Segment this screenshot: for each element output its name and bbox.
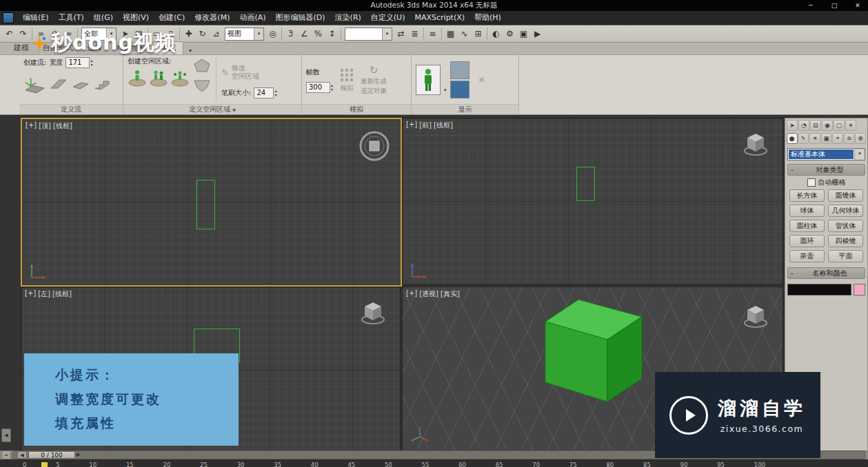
flow-object-wireframe[interactable] [196, 180, 215, 229]
pyramid-button[interactable]: 四棱锥 [828, 235, 863, 247]
viewport-front[interactable]: [+] [前] [线框] [402, 118, 783, 285]
hierarchy-tab-icon[interactable]: ⊟ [810, 120, 821, 131]
modify-tab-icon[interactable]: ◔ [798, 120, 809, 131]
display-texture-button-2[interactable] [450, 81, 470, 98]
schematic-view-icon[interactable]: ⊞ [472, 28, 485, 41]
panel-footer-display[interactable]: 显示 [458, 105, 472, 114]
mini-curve-editor-button[interactable]: ≈ [1, 450, 11, 459]
menu-group[interactable]: 组(G) [89, 11, 118, 25]
object-name-field[interactable] [787, 284, 851, 295]
regenerate-button[interactable]: ↻ 重新生成 选定对象 [361, 64, 387, 96]
layer-manager-icon[interactable]: ≡ [426, 28, 439, 41]
flow-ramp-up-icon[interactable] [50, 76, 68, 93]
angle-snap-icon[interactable]: ∠ [298, 28, 311, 41]
material-editor-icon[interactable]: ◐ [489, 28, 503, 41]
viewport-pov-menu[interactable]: [左] [38, 289, 50, 299]
viewport-shading-menu[interactable]: [线框] [52, 289, 72, 299]
menu-create[interactable]: 创建(C) [154, 11, 190, 25]
geometry-category-icon[interactable]: ● [787, 133, 798, 144]
panel-footer-idle-areas[interactable]: 定义空闲区域 [189, 105, 230, 114]
chevron-down-icon[interactable]: ▾ [444, 87, 447, 93]
menu-tools[interactable]: 工具(T) [54, 11, 89, 25]
ribbon-toggle-icon[interactable]: ▦ [444, 28, 457, 41]
menu-rendering[interactable]: 渲染(R) [330, 11, 366, 25]
close-button[interactable]: ✕ [851, 2, 864, 9]
undo-icon[interactable]: ↶ [3, 28, 16, 41]
panel-footer-define-flow[interactable]: 定义流 [61, 105, 81, 114]
cameras-category-icon[interactable]: ▣ [821, 133, 832, 144]
mirror-icon[interactable]: ⇄ [394, 28, 407, 41]
spinner-down-icon[interactable]: ▾ [331, 87, 333, 92]
simulate-button[interactable]: 模拟 [339, 67, 355, 93]
teapot-button[interactable]: 茶壶 [789, 250, 825, 262]
idle-area-icon-3[interactable] [170, 67, 190, 90]
flow-width-spinner[interactable]: 171 ▴▾ [65, 58, 92, 68]
rotate-icon[interactable]: ↻ [196, 28, 209, 41]
lights-category-icon[interactable]: ☀ [809, 133, 820, 144]
scale-icon[interactable]: ⊿ [210, 28, 223, 41]
track-bar[interactable]: 0 5 10 15 20 25 30 35 40 45 50 55 60 65 … [0, 459, 868, 467]
viewport-pov-menu[interactable]: [透视] [419, 289, 438, 299]
use-center-icon[interactable]: ◎ [266, 28, 279, 41]
redo-icon[interactable]: ↷ [17, 28, 30, 41]
spinner-snap-icon[interactable]: ↕ [325, 28, 339, 41]
plane-button[interactable]: 平面 [828, 250, 863, 262]
flow-stairs-icon[interactable] [94, 76, 112, 93]
frames-value[interactable]: 300 [306, 82, 330, 93]
panel-footer-simulate[interactable]: 模拟 [350, 105, 363, 114]
maximize-button[interactable]: □ [828, 2, 840, 9]
box-button[interactable]: 长方体 [789, 189, 825, 202]
helpers-category-icon[interactable]: ⌖ [832, 133, 843, 144]
menu-animation[interactable]: 动画(A) [234, 11, 270, 25]
ref-coord-dropdown[interactable]: 视图 ▾ [225, 28, 264, 41]
idle-shape-up-icon[interactable] [193, 58, 211, 75]
flow-width-value[interactable]: 171 [65, 57, 90, 68]
brush-size-value[interactable]: 24 [254, 87, 274, 98]
viewport-shading-menu[interactable]: [线框] [53, 121, 72, 131]
menu-customize[interactable]: 自定义(U) [366, 11, 410, 25]
viewcube-icon[interactable] [740, 131, 771, 158]
menu-help[interactable]: 帮助(H) [470, 11, 506, 25]
spinner-down-icon[interactable]: ▾ [90, 63, 92, 67]
viewcube-top-icon[interactable] [358, 129, 391, 163]
utilities-tab-icon[interactable]: ✶ [845, 120, 856, 131]
create-flow-button[interactable] [23, 72, 46, 96]
viewport-shading-menu[interactable]: [线框] [434, 121, 453, 130]
app-icon[interactable] [3, 12, 14, 23]
menu-views[interactable]: 视图(V) [118, 11, 154, 25]
curve-editor-icon[interactable]: ∿ [458, 28, 471, 41]
display-character-button[interactable] [416, 65, 441, 95]
spacewarps-category-icon[interactable]: ≋ [844, 133, 855, 144]
menu-maxscript[interactable]: MAXScript(X) [410, 11, 470, 25]
frames-spinner[interactable]: 300 ▴▾ [306, 83, 333, 92]
viewport-shading-menu[interactable]: [真实] [441, 289, 460, 299]
cone-button[interactable]: 圆锥体 [828, 189, 863, 202]
left-panel-collapse-arrow[interactable]: ◀ [1, 428, 11, 442]
menu-graph-editors[interactable]: 图形编辑器(D) [271, 11, 330, 25]
display-texture-button-1[interactable] [450, 61, 470, 79]
render-setup-icon[interactable]: ⚙ [503, 28, 516, 41]
autogrid-checkbox[interactable]: 自动栅格 [785, 177, 867, 188]
rollout-object-type[interactable]: - 对象类型 [787, 164, 865, 176]
viewport-general-menu[interactable]: [+] [406, 289, 417, 299]
viewport-general-menu[interactable]: [+] [26, 121, 37, 131]
minimize-button[interactable]: ─ [805, 2, 817, 9]
rollout-name-color[interactable]: - 名称和颜色 [787, 267, 865, 279]
shapes-category-icon[interactable]: ✎ [798, 133, 809, 144]
ribbon-config-icon[interactable]: ▾ [183, 47, 197, 54]
previous-frame-icon[interactable]: ◀ [17, 451, 27, 459]
systems-category-icon[interactable]: ✻ [855, 133, 866, 144]
modify-idle-area-button[interactable]: ✎ 修改 空闲区域 [221, 61, 276, 84]
viewport-top[interactable]: [+] [顶] [线框] [21, 118, 402, 287]
idle-area-icon-1[interactable] [128, 67, 147, 90]
tube-button[interactable]: 管状体 [828, 220, 863, 232]
geosphere-button[interactable]: 几何球体 [828, 205, 863, 217]
idle-area-icon-2[interactable] [149, 67, 168, 90]
flow-object-wireframe[interactable] [576, 167, 595, 201]
display-tab-icon[interactable]: ▢ [834, 120, 845, 131]
next-frame-icon[interactable]: ▶ [77, 452, 80, 457]
brush-size-spinner[interactable]: 24 ▴▾ [254, 88, 276, 98]
viewcube-icon[interactable] [740, 303, 771, 331]
menu-edit[interactable]: 编辑(E) [18, 11, 54, 25]
torus-button[interactable]: 圆环 [789, 235, 825, 247]
